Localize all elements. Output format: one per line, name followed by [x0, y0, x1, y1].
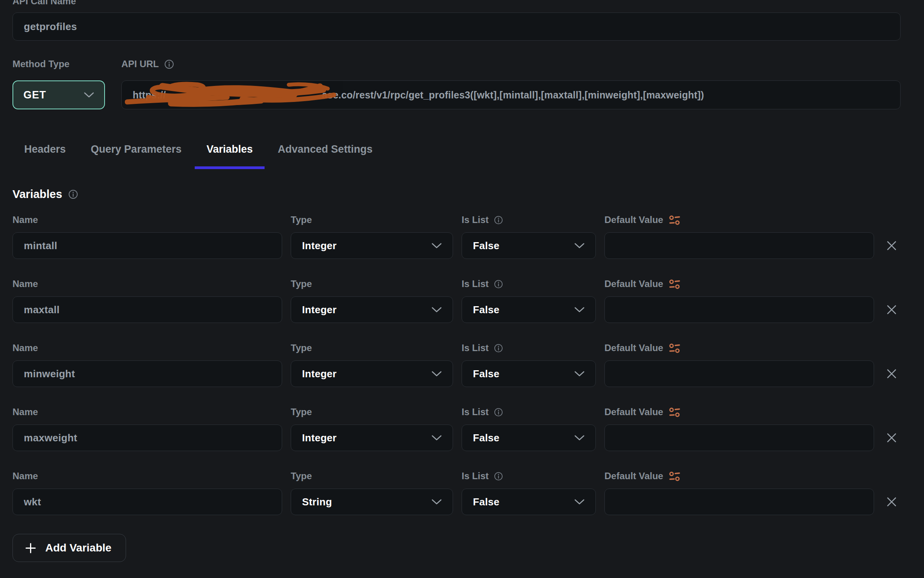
name-column-label: Name [12, 342, 282, 354]
chevron-down-icon [432, 499, 442, 505]
api-call-name-label: API Call Name [12, 0, 901, 8]
delete-variable-button[interactable] [884, 430, 899, 445]
method-type-label: Method Type [12, 58, 105, 70]
name-column-label: Name [12, 470, 282, 482]
type-column-label: Type [291, 406, 453, 418]
data-binding-icon[interactable] [669, 407, 681, 417]
variable-name-input[interactable]: minweight [12, 360, 282, 387]
type-column-label: Type [291, 342, 453, 354]
default-value-column-label-row: Default Value [604, 214, 874, 226]
default-value-column-label-row: Default Value [604, 278, 874, 290]
islist-column-label-row: Is List [462, 342, 596, 354]
api-call-editor: API Call Name getprofiles Method Type GE… [0, 0, 924, 562]
tab-variables[interactable]: Variables [195, 133, 265, 169]
api-url-redacted-segment [166, 95, 322, 95]
name-column-label: Name [12, 406, 282, 418]
variable-type-select[interactable]: Integer [291, 232, 453, 259]
data-binding-icon[interactable] [669, 279, 681, 289]
info-icon[interactable] [494, 472, 503, 481]
chevron-down-icon [574, 499, 585, 505]
type-column-label: Type [291, 470, 453, 482]
variable-islist-select[interactable]: False [462, 360, 596, 387]
add-variable-label: Add Variable [45, 542, 112, 554]
islist-column-label-row: Is List [462, 470, 596, 482]
variable-row: Name maxweight Type Integer Is List Fals… [12, 406, 901, 451]
variables-section-title: Variables [12, 187, 901, 201]
variable-name-input[interactable]: maxtall [12, 296, 282, 323]
islist-column-label-row: Is List [462, 406, 596, 418]
delete-variable-button[interactable] [884, 494, 899, 509]
info-icon[interactable] [494, 216, 503, 225]
name-column-label: Name [12, 278, 282, 290]
method-type-select[interactable]: GET [12, 80, 105, 109]
data-binding-icon[interactable] [669, 215, 681, 225]
default-value-column-label-row: Default Value [604, 406, 874, 418]
islist-column-label-row: Is List [462, 278, 596, 290]
info-icon[interactable] [494, 344, 503, 353]
chevron-down-icon [84, 92, 94, 98]
variable-default-input[interactable] [604, 360, 874, 387]
default-value-column-label-row: Default Value [604, 470, 874, 482]
variable-islist-select[interactable]: False [462, 425, 596, 451]
variable-row: Name maxtall Type Integer Is List False … [12, 278, 901, 323]
variable-default-input[interactable] [604, 232, 874, 259]
variable-row: Name minweight Type Integer Is List Fals… [12, 342, 901, 387]
delete-variable-button[interactable] [884, 238, 899, 253]
variables-list: Name mintall Type Integer Is List False … [12, 214, 901, 515]
info-icon[interactable] [68, 189, 78, 199]
chevron-down-icon [574, 371, 585, 377]
chevron-down-icon [432, 435, 442, 441]
chevron-down-icon [432, 371, 442, 377]
default-value-column-label-row: Default Value [604, 342, 874, 354]
name-column-label: Name [12, 214, 282, 226]
delete-variable-button[interactable] [884, 302, 899, 317]
tab-headers[interactable]: Headers [12, 133, 78, 169]
method-type-value: GET [23, 89, 46, 101]
variables-title-text: Variables [12, 187, 62, 201]
type-column-label: Type [291, 214, 453, 226]
variable-row: Name mintall Type Integer Is List False … [12, 214, 901, 259]
variable-islist-select[interactable]: False [462, 489, 596, 515]
variable-default-input[interactable] [604, 296, 874, 323]
chevron-down-icon [574, 435, 585, 441]
api-url-label-row: API URL [121, 58, 901, 70]
info-icon[interactable] [164, 59, 174, 69]
tab-query-parameters[interactable]: Query Parameters [79, 133, 194, 169]
chevron-down-icon [432, 243, 442, 249]
type-column-label: Type [291, 278, 453, 290]
chevron-down-icon [574, 307, 585, 313]
info-icon[interactable] [494, 408, 503, 417]
delete-variable-button[interactable] [884, 366, 899, 381]
variable-default-input[interactable] [604, 489, 874, 515]
add-variable-button[interactable]: Add Variable [12, 534, 126, 562]
data-binding-icon[interactable] [669, 471, 681, 482]
api-url-suffix: ase.co/rest/v1/rpc/get_profiles3([wkt],[… [322, 89, 704, 101]
api-url-prefix: https:// [133, 89, 166, 101]
chevron-down-icon [574, 243, 585, 249]
plus-icon [25, 542, 37, 554]
api-call-name-value: getprofiles [24, 21, 77, 33]
variable-row: Name wkt Type String Is List False Defau… [12, 470, 901, 515]
variable-type-select[interactable]: String [291, 489, 453, 515]
data-binding-icon[interactable] [669, 343, 681, 353]
variable-islist-select[interactable]: False [462, 232, 596, 259]
variable-name-input[interactable]: maxweight [12, 425, 282, 451]
tab-advanced-settings[interactable]: Advanced Settings [266, 133, 384, 169]
api-url-input[interactable]: https://ase.co/rest/v1/rpc/get_profiles3… [121, 80, 901, 109]
variable-default-input[interactable] [604, 425, 874, 451]
tab-bar: Headers Query Parameters Variables Advan… [12, 133, 901, 169]
islist-column-label-row: Is List [462, 214, 596, 226]
variable-type-select[interactable]: Integer [291, 360, 453, 387]
method-url-row: Method Type GET API URL https://ase.co/r… [12, 58, 901, 109]
variable-name-input[interactable]: mintall [12, 232, 282, 259]
api-call-name-input[interactable]: getprofiles [12, 12, 901, 41]
variable-islist-select[interactable]: False [462, 296, 596, 323]
info-icon[interactable] [494, 280, 503, 289]
variable-name-input[interactable]: wkt [12, 489, 282, 515]
variable-type-select[interactable]: Integer [291, 296, 453, 323]
api-url-label: API URL [121, 58, 159, 70]
chevron-down-icon [432, 307, 442, 313]
variable-type-select[interactable]: Integer [291, 425, 453, 451]
